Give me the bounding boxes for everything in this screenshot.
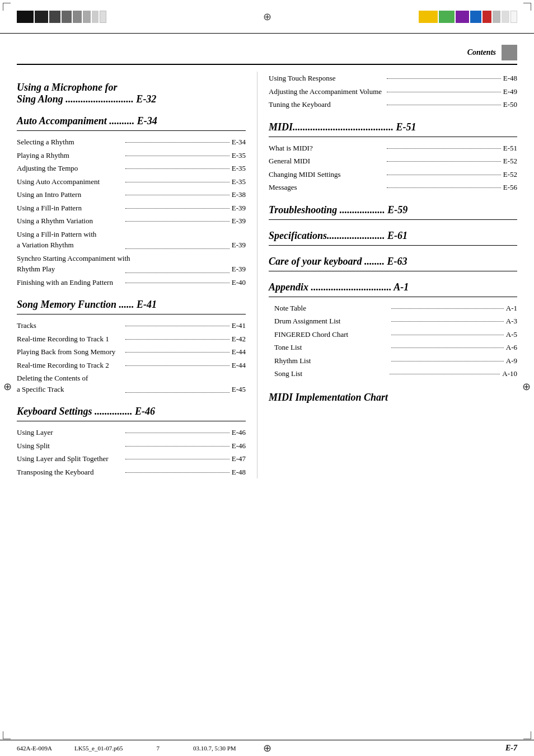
section-appendix-title: Appendix ...............................…: [269, 281, 517, 293]
appendix-items: Note Table A-1 Drum Assignment List A-3 …: [269, 302, 517, 381]
toc-entry-accomp-volume: Adjusting the Accompaniment Volume E-49: [269, 85, 517, 98]
toc-entry-playback-song-memory: Playing Back from Song Memory E-44: [17, 345, 246, 359]
toc-entry-using-layer: Using Layer E-46: [17, 426, 246, 439]
trim-mark-br: [523, 731, 531, 739]
trim-mark-bl: [3, 731, 11, 739]
left-column: Using a Microphone for Sing Along ......…: [17, 72, 257, 478]
toc-entry-tone-list: Tone List A-6: [274, 341, 517, 354]
toc-entry-fill-variation: Using a Fill-in Pattern with a Variation…: [17, 228, 246, 252]
section-midi-impl-title: MIDI Implementation Chart: [269, 392, 517, 403]
toc-entry-fingered-chord: FINGERED Chord Chart A-5: [274, 328, 517, 341]
song-memory-divider: [17, 314, 246, 314]
footer-date: 03.10.7, 5:30 PM: [193, 745, 236, 752]
toc-entry-rhythm-list: Rhythm List A-9: [274, 354, 517, 368]
toc-entry-note-table: Note Table A-1: [274, 302, 517, 315]
care-divider: [269, 271, 517, 271]
toc-entry-synchro: Synchro Starting Accompaniment with Rhyt…: [17, 252, 246, 276]
bottom-bar: 642A-E-009A ⊕ LK55_e_01-07.p65 7 03.10.7…: [0, 740, 534, 756]
toc-entry-deleting-contents: Deleting the Contents of a Specific Trac…: [17, 372, 246, 396]
swatch-8: [100, 11, 106, 23]
two-column-layout: Using a Microphone for Sing Along ......…: [17, 72, 517, 478]
toc-entry-drum-assignment: Drum Assignment List A-3: [274, 314, 517, 328]
swatch-r7: [502, 11, 509, 23]
section-song-memory-title: Song Memory Function ...... E-41: [17, 299, 246, 311]
microphone-line2: Sing Along ........................... E…: [17, 93, 156, 105]
swatch-3: [49, 11, 60, 23]
swatch-r3: [456, 11, 469, 23]
swatch-1: [17, 11, 34, 23]
swatch-7: [92, 11, 99, 23]
keyboard-settings-divider: [17, 421, 246, 421]
toc-entry-realtime-track2: Real-time Recording to Track 2 E-44: [17, 359, 246, 372]
footer-code: 642A-E-009A: [17, 745, 52, 752]
toc-entry-selecting-rhythm: Selecting a Rhythm E-34: [17, 135, 246, 149]
swatch-6: [83, 11, 91, 23]
toc-entry-what-is-midi: What is MIDI? E-51: [269, 142, 517, 155]
toc-entry-song-list: Song List A-10: [274, 367, 517, 381]
specifications-divider: [269, 245, 517, 246]
right-column: Using Touch Response E-48 Adjusting the …: [269, 72, 517, 478]
contents-label: Contents: [467, 48, 496, 57]
section-specifications-title: Specifications....................... E-…: [269, 230, 517, 242]
toc-entry-intro-pattern: Using an Intro Pattern E-38: [17, 188, 246, 201]
toc-entry-tuning: Tuning the Keyboard E-50: [269, 98, 517, 111]
appendix-divider: [269, 297, 517, 297]
section-auto-accomp-title: Auto Accompaniment .......... E-34: [17, 115, 246, 127]
section-troubleshooting-title: Troubleshooting .................. E-59: [269, 204, 517, 216]
swatch-r1: [419, 11, 438, 23]
microphone-line1: Using a Microphone for: [17, 82, 118, 93]
footer-page-label: E-7: [505, 744, 517, 753]
section-microphone-title: Using a Microphone for Sing Along ......…: [17, 82, 246, 105]
top-bar-left-swatches: [17, 11, 106, 23]
toc-entry-transposing: Transposing the Keyboard E-48: [17, 466, 246, 479]
section-keyboard-settings-title: Keyboard Settings ............... E-46: [17, 406, 246, 417]
toc-entry-messages: Messages E-56: [269, 181, 517, 194]
toc-entry-using-auto-accomp: Using Auto Accompaniment E-35: [17, 175, 246, 189]
swatch-5: [73, 11, 82, 23]
contents-tab: [502, 45, 517, 60]
swatch-4: [62, 11, 72, 23]
toc-entry-rhythm-variation: Using a Rhythm Variation E-39: [17, 214, 246, 228]
toc-entry-tracks: Tracks E-41: [17, 319, 246, 332]
section-midi-title: MIDI....................................…: [269, 121, 517, 133]
swatch-r5: [483, 11, 491, 23]
swatch-r4: [470, 11, 481, 23]
footer-page-num-raw: 7: [156, 745, 160, 752]
toc-entry-using-split: Using Split E-46: [17, 439, 246, 453]
toc-entry-adjusting-tempo: Adjusting the Tempo E-35: [17, 162, 246, 175]
swatch-r8: [510, 11, 517, 23]
swatch-2: [35, 11, 48, 23]
section-care-title: Care of your keyboard ........ E-63: [269, 256, 517, 267]
toc-entry-fill-in-pattern: Using a Fill-in Pattern E-39: [17, 201, 246, 215]
troubleshooting-divider: [269, 219, 517, 220]
auto-accomp-divider: [17, 130, 246, 131]
top-center-crosshair: ⊕: [263, 11, 271, 23]
toc-entry-changing-midi: Changing MIDI Settings E-52: [269, 168, 517, 181]
footer-filename: LK55_e_01-07.p65: [74, 745, 123, 752]
toc-entry-realtime-track1: Real-time Recording to Track 1 E-42: [17, 332, 246, 346]
contents-header: Contents: [17, 45, 517, 65]
toc-entry-general-midi: General MIDI E-52: [269, 154, 517, 168]
midi-divider: [269, 137, 517, 137]
swatch-r6: [493, 11, 500, 23]
toc-entry-layer-split-together: Using Layer and Split Together E-47: [17, 452, 246, 466]
top-bar-right-swatches: [419, 11, 517, 23]
top-bar: ⊕: [0, 0, 534, 34]
swatch-r2: [439, 11, 455, 23]
toc-entry-ending-pattern: Finishing with an Ending Pattern E-40: [17, 276, 246, 289]
toc-entry-touch-response: Using Touch Response E-48: [269, 72, 517, 85]
page-content: Contents Using a Microphone for Sing Alo…: [0, 34, 534, 501]
toc-entry-playing-rhythm: Playing a Rhythm E-35: [17, 149, 246, 162]
bottom-crosshair: ⊕: [263, 742, 271, 754]
